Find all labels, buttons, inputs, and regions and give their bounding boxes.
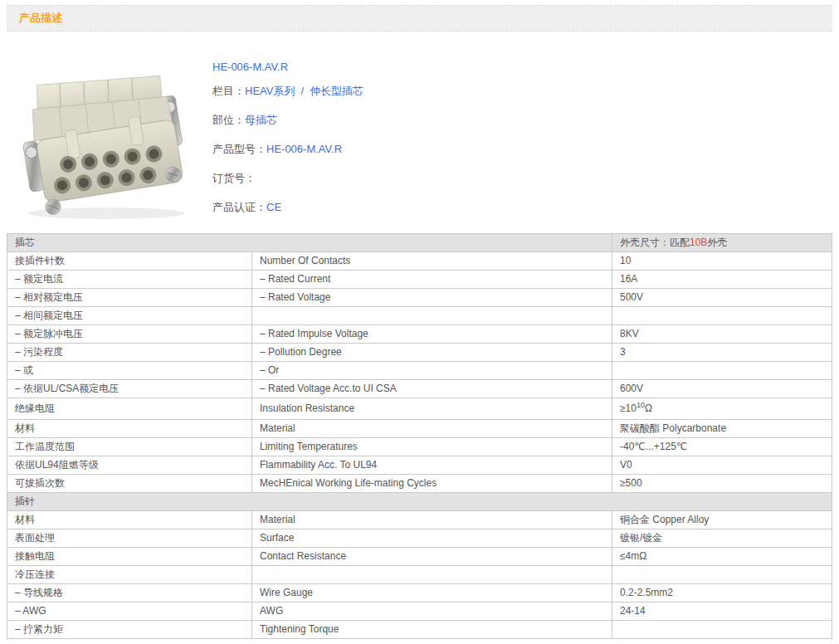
category-type-link[interactable]: 伸长型插芯 [310, 85, 363, 97]
spec-label-en: – Pollution Degree [252, 344, 612, 362]
product-image [8, 59, 201, 233]
product-part: 部位：母插芯 [212, 115, 363, 126]
spec-value: 600V [612, 380, 832, 398]
category-label: 栏目： [212, 85, 245, 97]
spec-label-cn: 表面处理 [7, 529, 252, 548]
page-title: 产品描述 [7, 5, 832, 32]
section-header-row: 插芯外壳尺寸：匹配10B外壳 [7, 234, 832, 252]
spec-row: 绝缘电阻Insulation Resistance≥1010Ω [7, 398, 832, 420]
spec-value: ≥1010Ω [612, 398, 832, 420]
spec-label-en: Insulation Resistance [252, 398, 612, 420]
certification-label: 产品认证： [212, 201, 266, 213]
spec-row: – 依据UL/CSA额定电压– Rated Voltage Acc.to UI … [7, 380, 832, 398]
spec-row: 工作温度范围Limiting Temperatures-40℃...+125℃ [7, 438, 832, 456]
spec-value: ≤4mΩ [612, 548, 832, 566]
shell-size-highlight: 10B [690, 237, 707, 248]
spec-label-en [252, 566, 612, 584]
spec-value: 聚碳酸酯 Polycarbonate [612, 420, 832, 438]
spec-label-cn: 冷压连接 [7, 566, 252, 584]
spec-row: 表面处理Surface镀银/镀金 [7, 529, 832, 548]
spec-row: – 或– Or [7, 362, 832, 380]
spec-label-en: – Rated Impulse Voltage [252, 325, 612, 344]
spec-row: 材料Material铜合金 Copper Alloy [7, 511, 832, 529]
spec-value: 500V [612, 289, 832, 307]
category-series-link[interactable]: HEAV系列 [245, 85, 295, 97]
spec-label-cn: – 相对额定电压 [7, 289, 252, 307]
spec-row: – 相对额定电压– Rated Voltage500V [7, 289, 832, 307]
spec-label-cn: – 依据UL/CSA额定电压 [7, 380, 252, 398]
category-separator: / [300, 85, 304, 97]
spec-row: – 污染程度– Pollution Degree3 [7, 344, 832, 362]
spec-label-en: Contact Resistance [252, 548, 612, 566]
spec-value: V0 [612, 456, 832, 475]
spec-label-en: – Or [252, 362, 612, 380]
spec-value: ≥500 [612, 475, 832, 493]
product-summary: HE-006-M.AV.R 栏目：HEAV系列/伸长型插芯 部位：母插芯 产品型… [8, 59, 832, 233]
product-certification: 产品认证：CE [212, 202, 363, 213]
spec-label-cn: – 额定电流 [7, 271, 252, 289]
model-label: 产品型号： [212, 143, 266, 155]
spec-label-cn: – AWG [7, 603, 252, 621]
part-link[interactable]: 母插芯 [245, 114, 277, 126]
section-title: 插针 [7, 493, 832, 511]
product-order-no: 订货号： [212, 173, 363, 184]
spec-label-cn: 可拔插次数 [7, 475, 252, 493]
spec-label-cn: – 额定脉冲电压 [7, 325, 252, 344]
spec-value: -40℃...+125℃ [612, 438, 832, 456]
spec-label-cn: – 导线规格 [7, 584, 252, 603]
spec-row: 冷压连接 [7, 566, 832, 584]
spec-label-cn: 工作温度范围 [7, 438, 252, 456]
section-title: 插芯 [7, 234, 612, 252]
spec-table: 插芯外壳尺寸：匹配10B外壳接插件针数Number Of Contacts10–… [7, 233, 832, 639]
spec-label-en [252, 307, 612, 325]
spec-label-en: Surface [252, 529, 612, 548]
spec-row: 可拔插次数MecHEnical Working Life-mating Cycl… [7, 475, 832, 493]
product-model: 产品型号：HE-006-M.AV.R [212, 144, 363, 155]
spec-label-cn: 依据UL94阻燃等级 [7, 456, 252, 475]
spec-row: – AWGAWG24-14 [7, 603, 832, 621]
spec-label-en: MecHEnical Working Life-mating Cycles [252, 475, 612, 493]
spec-label-cn: 材料 [7, 511, 252, 529]
part-label: 部位： [212, 114, 245, 126]
product-name-link[interactable]: HE-006-M.AV.R [212, 61, 288, 73]
spec-value: 10 [612, 252, 832, 271]
spec-row: 依据UL94阻燃等级Flammability Acc. To UL94V0 [7, 456, 832, 475]
spec-value: 16A [612, 271, 832, 289]
product-info: HE-006-M.AV.R 栏目：HEAV系列/伸长型插芯 部位：母插芯 产品型… [212, 59, 363, 233]
spec-label-en: Material [252, 511, 612, 529]
spec-label-cn: 接触电阻 [7, 548, 252, 566]
spec-label-en: – Rated Voltage [252, 289, 612, 307]
spec-value: 8KV [612, 325, 832, 344]
spec-value: 3 [612, 344, 832, 362]
spec-label-cn: – 相间额定电压 [7, 307, 252, 325]
spec-label-en: Tightening Torque [252, 621, 612, 639]
spec-label-en: AWG [252, 603, 612, 621]
spec-row: – 拧紧力矩Tightening Torque [7, 621, 832, 639]
spec-label-cn: 绝缘电阻 [7, 398, 252, 420]
spec-label-cn: – 污染程度 [7, 344, 252, 362]
spec-label-en: – Rated Voltage Acc.to UI CSA [252, 380, 612, 398]
spec-row: – 相间额定电压 [7, 307, 832, 325]
spec-value [612, 362, 832, 380]
connector-illustration [8, 59, 199, 225]
spec-row: – 导线规格Wire Gauge0.2-2.5mm2 [7, 584, 832, 603]
order-no-label: 订货号： [212, 172, 256, 184]
spec-label-cn: 接插件针数 [7, 252, 252, 271]
model-link[interactable]: HE-006-M.AV.R [266, 143, 342, 155]
spec-label-cn: 材料 [7, 420, 252, 438]
product-category: 栏目：HEAV系列/伸长型插芯 [212, 85, 363, 97]
spec-row: – 额定脉冲电压– Rated Impulse Voltage8KV [7, 325, 832, 344]
spec-value: 0.2-2.5mm2 [612, 584, 832, 603]
product-name: HE-006-M.AV.R [212, 61, 363, 73]
spec-value [612, 566, 832, 584]
spec-row: 材料Material聚碳酸酯 Polycarbonate [7, 420, 832, 438]
spec-table-body: 插芯外壳尺寸：匹配10B外壳接插件针数Number Of Contacts10–… [7, 234, 832, 639]
spec-label-cn: – 拧紧力矩 [7, 621, 252, 639]
spec-label-en: Limiting Temperatures [252, 438, 612, 456]
section-header-row: 插针 [7, 493, 832, 511]
spec-label-en: Flammability Acc. To UL94 [252, 456, 612, 475]
certification-link[interactable]: CE [266, 201, 281, 213]
spec-value [612, 621, 832, 639]
spec-value: 24-14 [612, 603, 832, 621]
spec-value [612, 307, 832, 325]
